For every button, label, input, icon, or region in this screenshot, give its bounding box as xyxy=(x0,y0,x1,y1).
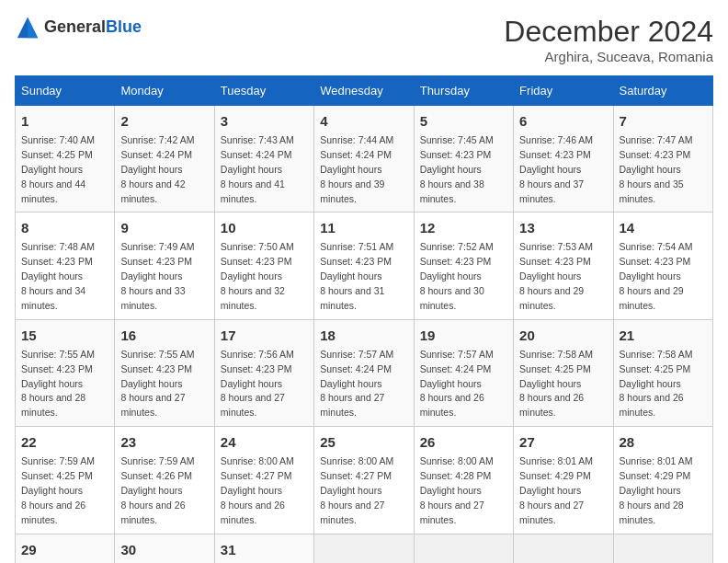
col-friday: Friday xyxy=(514,76,613,106)
title-area: December 2024 Arghira, Suceava, Romania xyxy=(504,15,713,64)
calendar-cell: 4 Sunrise: 7:44 AMSunset: 4:24 PMDayligh… xyxy=(314,106,414,213)
col-sunday: Sunday xyxy=(16,76,115,106)
col-monday: Monday xyxy=(115,76,214,106)
day-number: 12 xyxy=(420,218,507,238)
day-info: Sunrise: 7:59 AMSunset: 4:26 PMDaylight … xyxy=(120,455,194,525)
calendar-cell: 21 Sunrise: 7:58 AMSunset: 4:25 PMDaylig… xyxy=(613,319,712,426)
day-number: 31 xyxy=(221,540,308,560)
calendar-cell: 23 Sunrise: 7:59 AMSunset: 4:26 PMDaylig… xyxy=(115,427,214,534)
day-number: 3 xyxy=(221,111,308,132)
calendar-cell: 6 Sunrise: 7:46 AMSunset: 4:23 PMDayligh… xyxy=(514,106,613,213)
day-number: 14 xyxy=(620,218,707,238)
day-info: Sunrise: 7:43 AMSunset: 4:24 PMDaylight … xyxy=(221,134,294,204)
day-number: 5 xyxy=(420,111,507,132)
calendar-cell: 3 Sunrise: 7:43 AMSunset: 4:24 PMDayligh… xyxy=(214,106,313,213)
header: GeneralBlue December 2024 Arghira, Sucea… xyxy=(15,15,713,64)
day-number: 30 xyxy=(120,540,208,560)
day-info: Sunrise: 7:55 AMSunset: 4:23 PMDaylight … xyxy=(21,349,95,419)
day-number: 23 xyxy=(120,432,208,453)
day-info: Sunrise: 8:00 AMSunset: 4:27 PMDaylight … xyxy=(320,455,393,525)
calendar-cell: 22 Sunrise: 7:59 AMSunset: 4:25 PMDaylig… xyxy=(16,427,115,534)
calendar-week-row: 1 Sunrise: 7:40 AMSunset: 4:25 PMDayligh… xyxy=(16,106,713,213)
calendar-cell xyxy=(514,534,613,563)
col-wednesday: Wednesday xyxy=(314,76,414,106)
calendar-cell: 2 Sunrise: 7:42 AMSunset: 4:24 PMDayligh… xyxy=(115,106,214,213)
calendar-cell: 16 Sunrise: 7:55 AMSunset: 4:23 PMDaylig… xyxy=(115,319,214,426)
calendar-cell: 9 Sunrise: 7:49 AMSunset: 4:23 PMDayligh… xyxy=(115,213,214,319)
day-number: 11 xyxy=(320,218,407,238)
calendar-cell xyxy=(314,534,414,563)
calendar-cell: 25 Sunrise: 8:00 AMSunset: 4:27 PMDaylig… xyxy=(314,427,414,534)
day-number: 26 xyxy=(420,432,507,453)
calendar-cell: 14 Sunrise: 7:54 AMSunset: 4:23 PMDaylig… xyxy=(613,213,712,319)
day-number: 21 xyxy=(620,326,707,346)
day-info: Sunrise: 7:52 AMSunset: 4:23 PMDaylight … xyxy=(420,241,494,311)
calendar-cell: 8 Sunrise: 7:48 AMSunset: 4:23 PMDayligh… xyxy=(16,213,115,319)
calendar-cell: 27 Sunrise: 8:01 AMSunset: 4:29 PMDaylig… xyxy=(514,427,613,534)
day-info: Sunrise: 7:58 AMSunset: 4:25 PMDaylight … xyxy=(519,349,593,419)
calendar-cell: 12 Sunrise: 7:52 AMSunset: 4:23 PMDaylig… xyxy=(414,213,513,319)
day-number: 24 xyxy=(221,432,308,453)
day-info: Sunrise: 7:40 AMSunset: 4:25 PMDaylight … xyxy=(21,134,95,204)
calendar-cell: 10 Sunrise: 7:50 AMSunset: 4:23 PMDaylig… xyxy=(214,213,313,319)
day-number: 22 xyxy=(21,432,108,453)
day-number: 16 xyxy=(120,326,208,346)
day-number: 29 xyxy=(21,540,108,560)
day-number: 8 xyxy=(21,218,108,238)
logo-icon xyxy=(15,15,40,40)
day-info: Sunrise: 7:47 AMSunset: 4:23 PMDaylight … xyxy=(620,134,693,204)
calendar-cell: 28 Sunrise: 8:01 AMSunset: 4:29 PMDaylig… xyxy=(613,427,712,534)
calendar-cell: 5 Sunrise: 7:45 AMSunset: 4:23 PMDayligh… xyxy=(414,106,513,213)
calendar-cell: 17 Sunrise: 7:56 AMSunset: 4:23 PMDaylig… xyxy=(214,319,313,426)
day-info: Sunrise: 7:51 AMSunset: 4:23 PMDaylight … xyxy=(320,241,393,311)
day-number: 28 xyxy=(620,432,707,453)
day-number: 27 xyxy=(519,432,607,453)
calendar-cell: 19 Sunrise: 7:57 AMSunset: 4:24 PMDaylig… xyxy=(414,319,513,426)
day-number: 15 xyxy=(21,326,108,346)
calendar-week-row: 22 Sunrise: 7:59 AMSunset: 4:25 PMDaylig… xyxy=(16,427,713,534)
day-number: 20 xyxy=(519,326,607,346)
day-info: Sunrise: 7:45 AMSunset: 4:23 PMDaylight … xyxy=(420,134,494,204)
calendar-cell: 24 Sunrise: 8:00 AMSunset: 4:27 PMDaylig… xyxy=(214,427,313,534)
logo-text-blue: Blue xyxy=(106,17,142,36)
day-info: Sunrise: 7:48 AMSunset: 4:23 PMDaylight … xyxy=(21,241,95,311)
calendar-week-row: 29 Sunrise: 8:01 AMSunset: 4:30 PMDaylig… xyxy=(16,534,713,563)
calendar-cell: 7 Sunrise: 7:47 AMSunset: 4:23 PMDayligh… xyxy=(613,106,712,213)
calendar-cell: 1 Sunrise: 7:40 AMSunset: 4:25 PMDayligh… xyxy=(16,106,115,213)
day-number: 2 xyxy=(120,111,208,132)
day-number: 18 xyxy=(320,326,407,346)
col-tuesday: Tuesday xyxy=(214,76,313,106)
calendar-week-row: 8 Sunrise: 7:48 AMSunset: 4:23 PMDayligh… xyxy=(16,213,713,319)
page-subtitle: Arghira, Suceava, Romania xyxy=(504,49,713,64)
day-info: Sunrise: 7:53 AMSunset: 4:23 PMDaylight … xyxy=(519,241,593,311)
calendar-cell: 30 Sunrise: 8:01 AMSunset: 4:31 PMDaylig… xyxy=(115,534,214,563)
logo-text-general: General xyxy=(44,17,106,36)
day-info: Sunrise: 8:01 AMSunset: 4:29 PMDaylight … xyxy=(620,455,693,525)
day-number: 9 xyxy=(120,218,208,238)
day-number: 10 xyxy=(221,218,308,238)
day-info: Sunrise: 7:50 AMSunset: 4:23 PMDaylight … xyxy=(221,241,294,311)
day-number: 4 xyxy=(320,111,407,132)
day-number: 19 xyxy=(420,326,507,346)
day-info: Sunrise: 8:00 AMSunset: 4:28 PMDaylight … xyxy=(420,455,494,525)
day-info: Sunrise: 7:57 AMSunset: 4:24 PMDaylight … xyxy=(320,349,393,419)
day-info: Sunrise: 7:44 AMSunset: 4:24 PMDaylight … xyxy=(320,134,393,204)
logo: GeneralBlue xyxy=(15,15,142,40)
day-info: Sunrise: 7:59 AMSunset: 4:25 PMDaylight … xyxy=(21,455,95,525)
calendar-cell xyxy=(613,534,712,563)
calendar-table: Sunday Monday Tuesday Wednesday Thursday… xyxy=(15,75,713,563)
day-number: 7 xyxy=(620,111,707,132)
page-title: December 2024 xyxy=(504,15,713,49)
day-number: 1 xyxy=(21,111,108,132)
day-number: 17 xyxy=(221,326,308,346)
calendar-week-row: 15 Sunrise: 7:55 AMSunset: 4:23 PMDaylig… xyxy=(16,319,713,426)
day-info: Sunrise: 7:42 AMSunset: 4:24 PMDaylight … xyxy=(120,134,194,204)
day-number: 6 xyxy=(519,111,607,132)
header-row: Sunday Monday Tuesday Wednesday Thursday… xyxy=(16,76,713,106)
day-info: Sunrise: 7:49 AMSunset: 4:23 PMDaylight … xyxy=(120,241,194,311)
day-info: Sunrise: 7:56 AMSunset: 4:23 PMDaylight … xyxy=(221,349,294,419)
calendar-cell: 11 Sunrise: 7:51 AMSunset: 4:23 PMDaylig… xyxy=(314,213,414,319)
calendar-cell: 29 Sunrise: 8:01 AMSunset: 4:30 PMDaylig… xyxy=(16,534,115,563)
calendar-cell xyxy=(414,534,513,563)
day-info: Sunrise: 7:55 AMSunset: 4:23 PMDaylight … xyxy=(120,349,194,419)
